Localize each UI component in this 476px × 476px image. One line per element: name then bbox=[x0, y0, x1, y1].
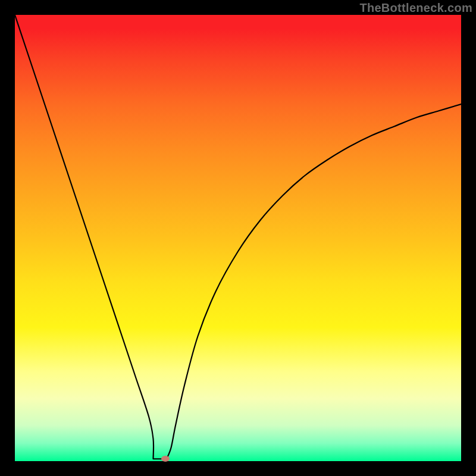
chart-frame: TheBottleneck.com bbox=[0, 0, 476, 476]
optimum-marker bbox=[161, 456, 170, 462]
curve-path bbox=[15, 15, 461, 460]
gradient-plot-area bbox=[15, 15, 461, 461]
watermark-text: TheBottleneck.com bbox=[359, 1, 472, 15]
bottleneck-curve bbox=[15, 15, 461, 461]
